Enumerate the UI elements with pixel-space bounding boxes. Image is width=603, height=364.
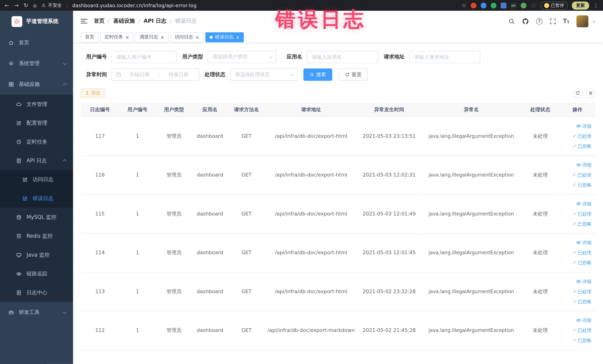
sidebar-item-system[interactable]: 系统管理 [0, 53, 73, 74]
file-cloud-icon [16, 101, 22, 107]
breadcrumb-current: 错误日志 [175, 18, 197, 24]
tab-access-log[interactable]: 访问日志 × [170, 32, 204, 42]
ignored-link[interactable]: ✓已忽略 [560, 296, 591, 306]
app-title: 芋道管理系统 [26, 18, 58, 25]
chevron-down-icon [269, 55, 272, 59]
sidebar-item-infra[interactable]: 基础设施 [0, 74, 73, 94]
extension-icon-blue[interactable] [480, 2, 486, 8]
processed-link[interactable]: ✓已处理 [560, 286, 591, 296]
forward-icon[interactable]: → [14, 3, 19, 8]
request-url-input[interactable] [409, 51, 480, 63]
sidebar-toggle-icon[interactable] [81, 19, 87, 23]
date-range-picker[interactable]: 开始日期 - 结束日期 [112, 69, 199, 81]
access-log-icon [22, 177, 28, 182]
reload-icon[interactable]: ↻ [24, 3, 28, 8]
sidebar: 芋道管理系统 首页 系统管理 基础设施 文件管理 [0, 11, 73, 364]
font-size-icon[interactable]: TT [563, 18, 569, 24]
reset-button[interactable]: 重置 [339, 69, 368, 81]
table-header-row: 日志编号 用户编号 用户类型 应用名 请求方法名 请求地址 异常发生时间 异常名… [81, 103, 595, 117]
sidebar-item-redis[interactable]: Redis 监控 [0, 227, 73, 246]
top-navbar: 首页 / 基础设施 / API 日志 / 错误日志 ? TT [73, 11, 603, 32]
sidebar-item-home[interactable]: 首页 [0, 32, 73, 53]
tab-error-log[interactable]: 错误日志 × [205, 32, 244, 42]
search-button[interactable]: 搜索 [303, 69, 332, 81]
url-text[interactable]: dashboard.yudao.iocoder.cn/infra/log/api… [72, 2, 197, 8]
close-icon[interactable]: × [160, 35, 164, 39]
github-icon[interactable] [522, 17, 529, 25]
fullscreen-icon[interactable] [549, 18, 556, 24]
extension-icon-leaf[interactable] [521, 2, 526, 8]
app-logo[interactable]: 芋道管理系统 [0, 11, 73, 32]
active-dot [210, 35, 213, 39]
processed-link[interactable]: ✓已处理 [560, 170, 591, 180]
column-settings-button[interactable] [586, 88, 595, 98]
sidebar-item-mysql[interactable]: MySQL 监控 [0, 208, 73, 227]
detail-link[interactable]: 详细 [560, 160, 591, 170]
sidebar-item-trace[interactable]: 链路追踪 [0, 264, 73, 283]
tab-dispatch-log[interactable]: 调度日志 × [135, 32, 169, 42]
refresh-table-button[interactable] [573, 88, 582, 98]
detail-link[interactable]: 详细 [560, 276, 591, 286]
browser-menu-icon[interactable]: ⋮ [593, 2, 598, 8]
sidebar-item-api-log[interactable]: API 日志 [0, 151, 73, 170]
process-status-select[interactable]: 请选择处理状态 [230, 69, 298, 81]
detail-link[interactable]: 详细 [560, 315, 591, 325]
extension-icon-green[interactable] [490, 2, 496, 8]
security-indicator[interactable]: ⚠ 不安全 [42, 2, 62, 9]
bookmark-star-icon[interactable]: ☆ [461, 3, 466, 8]
processed-link[interactable]: ✓已处理 [560, 325, 591, 335]
security-label: 不安全 [48, 2, 62, 9]
row-actions: 详细 ✓已处理 ✓已忽略 [560, 311, 595, 350]
browser-home-icon[interactable]: ⌂ [33, 3, 36, 8]
breadcrumb-api-log[interactable]: API 日志 [144, 18, 166, 24]
sidebar-item-devtools[interactable]: 研发工具 [0, 302, 73, 323]
ignored-link[interactable]: ✓已忽略 [560, 335, 591, 345]
update-button[interactable]: 更新 [572, 1, 589, 10]
export-button[interactable]: 导出 [81, 88, 105, 98]
user-id-input[interactable] [112, 51, 177, 63]
detail-link[interactable]: 详细 [560, 199, 591, 209]
divider [67, 3, 67, 8]
breadcrumb-home[interactable]: 首页 [94, 18, 104, 24]
breadcrumb-infra[interactable]: 基础设施 [113, 18, 135, 24]
extension-icon-red[interactable] [470, 2, 476, 8]
sidebar-item-log-center[interactable]: 日志中心 [0, 283, 73, 302]
extension-icon-paw[interactable] [531, 2, 536, 8]
tab-home[interactable]: 首页 [81, 32, 98, 42]
avatar[interactable] [577, 15, 588, 27]
detail-link[interactable]: 详细 [560, 121, 591, 131]
table-row: 113 1 管理员 dashboard GET /api/infra/db-do… [81, 272, 595, 311]
ignored-link[interactable]: ✓已忽略 [560, 141, 591, 151]
processed-link[interactable]: ✓已处理 [560, 247, 591, 258]
sidebar-item-error-log[interactable]: 错误日志 [0, 189, 73, 208]
tab-schedule[interactable]: 定时任务 × [100, 32, 133, 42]
close-icon[interactable]: × [195, 35, 199, 39]
detail-link[interactable]: 详细 [560, 237, 591, 247]
chevron-down-icon[interactable] [592, 20, 596, 23]
extension-icon-switch-on[interactable]: on [510, 2, 516, 8]
user-id-label: 用户编号 [81, 53, 107, 60]
ignored-link[interactable]: ✓已忽略 [560, 180, 591, 190]
sidebar-item-config-manage[interactable]: 配置管理 [0, 114, 73, 132]
help-icon[interactable]: ? [536, 18, 543, 24]
paused-pill-button[interactable]: 已暂停 [541, 1, 568, 10]
search-icon[interactable] [508, 18, 515, 24]
close-icon[interactable]: × [236, 35, 240, 39]
ignored-link[interactable]: ✓已忽略 [560, 258, 591, 268]
app-name-input[interactable] [307, 51, 379, 63]
user-type-select[interactable]: 请选择用户类型 [208, 51, 276, 63]
back-icon[interactable]: ← [5, 3, 9, 8]
sidebar-item-file-manage[interactable]: 文件管理 [0, 94, 73, 114]
close-icon[interactable]: × [125, 35, 129, 39]
home-icon [9, 40, 14, 46]
processed-link[interactable]: ✓已处理 [560, 209, 591, 219]
exception-time-label: 异常时间 [81, 71, 107, 78]
sidebar-item-access-log[interactable]: 访问日志 [0, 170, 73, 189]
ignored-link[interactable]: ✓已忽略 [560, 219, 591, 229]
extension-icon-grid[interactable] [500, 2, 506, 8]
sidebar-item-schedule[interactable]: 定时任务 [0, 132, 73, 151]
check-icon: ✓ [573, 258, 577, 268]
trace-eye-icon [16, 271, 22, 276]
sidebar-item-java[interactable]: Java 监控 [0, 246, 73, 264]
processed-link[interactable]: ✓已处理 [560, 131, 591, 141]
